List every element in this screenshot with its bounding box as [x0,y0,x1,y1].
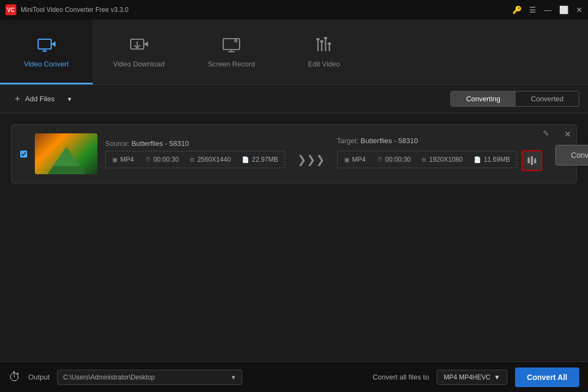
add-files-dropdown-button[interactable]: ▼ [64,93,75,106]
maximize-button[interactable]: ⬜ [559,6,568,14]
source-duration: 00:00:30 [154,156,179,163]
arrows-separator: ❯❯❯ [293,153,329,166]
tab-edit-video-label: Edit Video [308,60,340,68]
target-edit-icon[interactable]: ✎ [543,129,549,138]
source-name-row: Source: Butterflies - 58310 [105,139,285,148]
film-icon: ▣ [112,156,118,163]
target-resolution: 1920X1080 [429,156,462,163]
source-size: 22.97MB [252,156,278,163]
tab-video-convert-label: Video Convert [24,60,69,68]
bottom-bar: ⏱ Output C:\Users\Administrator\Desktop … [0,362,588,392]
file-checkbox[interactable] [20,149,27,159]
converting-tabs: Converting Converted [450,91,579,107]
svg-rect-22 [534,159,536,163]
source-label: Source: [105,139,130,148]
target-duration-item: ⏱ 00:00:30 [377,156,411,163]
settings-button[interactable] [522,150,542,171]
clock-icon-t: ⏱ [377,156,383,163]
output-path-selector[interactable]: C:\Users\Administrator\Desktop ▼ [57,370,242,385]
main-content: Source: Butterflies - 58310 ▣ MP4 ⏱ 00:0… [0,113,588,362]
titlebar: VC MiniTool Video Converter Free v3.3.0 … [0,0,588,20]
source-resolution: 2560X1440 [197,156,230,163]
titlebar-controls: 🔑 ☰ — ⬜ ✕ [512,6,583,14]
converting-tab[interactable]: Converting [451,91,516,106]
output-dropdown-icon: ▼ [230,374,236,381]
source-specs: ▣ MP4 ⏱ 00:00:30 ⊞ 2560X1440 📄 22.97MB [105,151,285,168]
target-name: Butterflies - 58310 [360,137,418,145]
toolbar: ＋ Add Files ▼ Converting Converted [0,85,588,113]
source-name: Butterflies - 58310 [131,139,189,148]
svg-rect-17 [320,40,323,42]
add-files-label: Add Files [25,95,54,103]
svg-point-11 [235,40,237,41]
res-icon: ⊞ [189,156,194,163]
nav-tabs: Video Convert Video Download Screen Reco… [0,20,588,85]
tab-screen-record[interactable]: Screen Record [185,20,278,84]
add-icon: ＋ [13,93,22,105]
svg-rect-18 [324,37,327,39]
svg-marker-5 [144,41,148,47]
convert-button[interactable]: Convert [555,145,588,166]
svg-rect-0 [38,39,51,49]
target-label: Target: [337,137,359,145]
size-icon-t: 📄 [474,156,481,163]
source-format-item: ▣ MP4 [112,156,134,163]
output-label: Output [28,373,50,381]
titlebar-title: MiniTool Video Converter Free v3.3.0 [21,6,128,14]
tab-edit-video[interactable]: Edit Video [278,20,370,84]
source-size-item: 📄 22.97MB [242,156,278,163]
format-label: MP4 MP4HEVC [444,373,491,381]
svg-rect-21 [531,156,533,165]
convert-all-to-label: Convert all files to [373,373,429,381]
tab-video-convert[interactable]: Video Convert [0,20,93,84]
size-icon: 📄 [242,156,249,163]
target-format-item: ▣ MP4 [344,156,366,163]
menu-icon[interactable]: ☰ [529,6,536,14]
target-duration: 00:00:30 [385,156,411,163]
minimize-button[interactable]: — [544,6,552,14]
tab-video-download[interactable]: Video Download [93,20,185,84]
svg-rect-16 [316,38,320,40]
tab-screen-record-label: Screen Record [208,60,255,68]
res-icon-t: ⊞ [421,156,426,163]
source-duration-item: ⏱ 00:00:30 [145,156,179,163]
target-resolution-item: ⊞ 1920X1080 [421,156,462,163]
source-info: Source: Butterflies - 58310 ▣ MP4 ⏱ 00:0… [105,139,285,168]
target-specs: ▣ MP4 ⏱ 00:00:30 ⊞ 1920X1080 📄 11.69MB [337,151,517,168]
clock-icon: ⏱ [9,370,21,384]
convert-all-button[interactable]: Convert All [515,367,579,387]
target-format: MP4 [352,156,366,163]
film-icon-t: ▣ [344,156,350,163]
file-card: Source: Butterflies - 58310 ▣ MP4 ⏱ 00:0… [11,124,577,183]
source-format: MP4 [120,156,134,163]
close-card-button[interactable]: ✕ [564,129,571,139]
svg-marker-1 [51,41,56,47]
titlebar-left: VC MiniTool Video Converter Free v3.3.0 [5,4,128,15]
close-button[interactable]: ✕ [576,6,583,14]
converted-tab[interactable]: Converted [516,91,579,106]
target-name-row: Target: Butterflies - 58310 [337,137,542,145]
key-icon: 🔑 [512,6,522,14]
target-size: 11.69MB [484,156,510,163]
svg-rect-20 [528,158,530,163]
source-resolution-item: ⊞ 2560X1440 [189,156,230,163]
clock-icon: ⏱ [145,156,151,163]
app-logo: VC [5,4,16,15]
format-dropdown-icon: ▼ [494,373,500,381]
add-files-button[interactable]: ＋ Add Files [9,90,59,108]
target-size-item: 📄 11.69MB [474,156,510,163]
output-path-text: C:\Users\Administrator\Desktop [63,373,155,381]
tab-video-download-label: Video Download [113,60,164,68]
target-info: Target: Butterflies - 58310 ▣ MP4 ⏱ 00:0… [337,137,542,171]
file-thumbnail [35,133,97,174]
svg-rect-19 [328,42,331,45]
format-selector[interactable]: MP4 MP4HEVC ▼ [437,370,507,385]
